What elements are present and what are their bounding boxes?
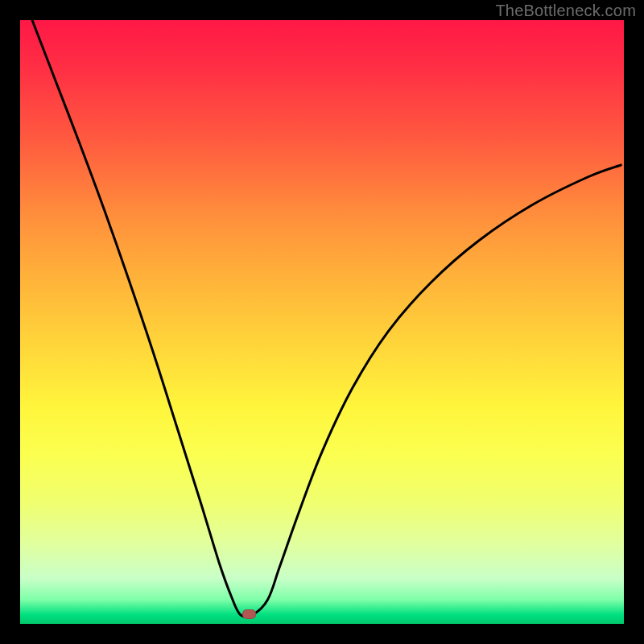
minimum-marker xyxy=(242,609,256,619)
chart-frame: TheBottleneck.com xyxy=(0,0,644,644)
bottleneck-curve xyxy=(20,20,624,624)
plot-area xyxy=(20,20,624,624)
watermark-text: TheBottleneck.com xyxy=(495,2,636,20)
